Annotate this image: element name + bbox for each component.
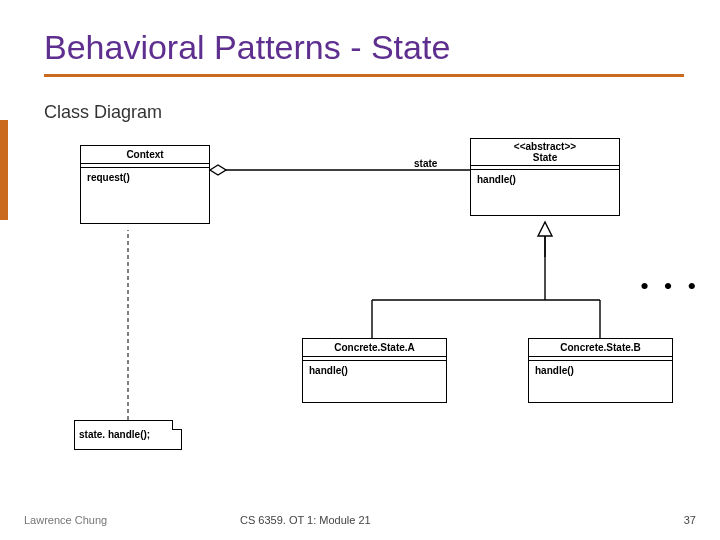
class-state-stereo: <<abstract>> <box>475 141 615 152</box>
class-state-op: handle() <box>471 170 619 215</box>
svg-marker-1 <box>210 165 226 175</box>
ellipsis-icon: • • • <box>640 272 700 302</box>
class-state-title: State <box>475 152 615 163</box>
subtitle: Class Diagram <box>44 102 162 123</box>
class-concrete-a-op: handle() <box>303 361 446 402</box>
class-concrete-b-name: Concrete.State.B <box>529 339 672 357</box>
class-state: <<abstract>> State handle() <box>470 138 620 216</box>
page-title: Behavioral Patterns - State <box>44 28 450 67</box>
accent-sidebar <box>0 120 8 220</box>
class-concrete-a: Concrete.State.A handle() <box>302 338 447 403</box>
association-label: state <box>414 158 437 169</box>
class-state-name: <<abstract>> State <box>471 139 619 166</box>
note-box: state. handle(); <box>74 420 182 450</box>
footer-course: CS 6359. OT 1: Module 21 <box>240 514 371 526</box>
footer-page: 37 <box>684 514 696 526</box>
note-fold-icon <box>172 420 182 430</box>
class-context-name: Context <box>81 146 209 164</box>
title-underline <box>44 74 684 77</box>
class-concrete-b-op: handle() <box>529 361 672 402</box>
footer-author: Lawrence Chung <box>24 514 107 526</box>
class-concrete-b: Concrete.State.B handle() <box>528 338 673 403</box>
connectors <box>0 0 720 540</box>
note-text: state. handle(); <box>79 429 150 440</box>
class-concrete-a-name: Concrete.State.A <box>303 339 446 357</box>
class-context-op: request() <box>81 168 209 223</box>
class-context: Context request() <box>80 145 210 224</box>
svg-marker-3 <box>538 222 552 236</box>
